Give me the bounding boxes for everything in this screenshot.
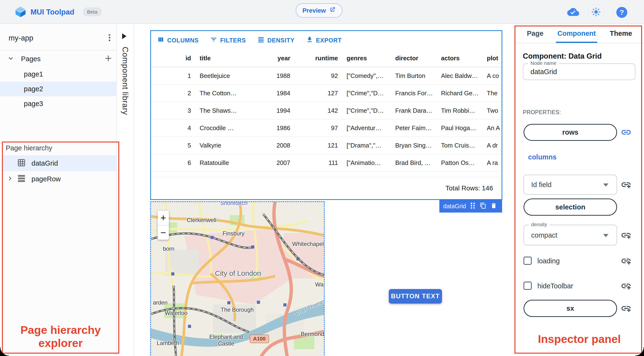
- cell: ["Crime","D…: [342, 90, 391, 97]
- density-add-binding-icon[interactable]: [621, 230, 632, 242]
- page-hierarchy-annotation-label: Page hierarchy explorer: [2, 324, 119, 350]
- inspector-tabs: Page Component Theme: [515, 24, 644, 43]
- map-label-bermondsey: Bermondsey: [301, 331, 324, 338]
- cell: The Cotton…: [195, 90, 267, 97]
- pages-section-header[interactable]: Pages: [0, 52, 117, 66]
- cell: 97: [294, 124, 342, 132]
- download-icon: [306, 36, 313, 44]
- sx-add-binding-icon[interactable]: [621, 303, 632, 315]
- delete-icon[interactable]: [490, 202, 497, 211]
- map-label-finsbury: Finsbury: [222, 230, 244, 237]
- datagrid-header-row[interactable]: id title year runtime genres director ac…: [151, 49, 502, 67]
- column-header-plot[interactable]: plot: [482, 54, 502, 62]
- zoom-out-button[interactable]: −: [158, 225, 169, 240]
- external-link-icon: [329, 6, 336, 14]
- export-button-label: EXPORT: [316, 37, 342, 44]
- cell: 111: [294, 159, 342, 167]
- prop-rows-label: rows: [562, 128, 578, 136]
- theme-toggle-button[interactable]: [588, 4, 604, 20]
- add-page-button[interactable]: [104, 54, 112, 64]
- id-field-value: Id field: [531, 181, 552, 189]
- help-button[interactable]: ?: [614, 4, 630, 20]
- drag-handle-icon[interactable]: [470, 202, 476, 211]
- cell: 142: [294, 107, 342, 114]
- density-label: density: [529, 222, 550, 227]
- tab-page[interactable]: Page: [526, 24, 545, 43]
- column-header-title[interactable]: title: [195, 54, 267, 62]
- sidebar-item-page1[interactable]: page1: [0, 67, 117, 81]
- cell: Alec Baldw…: [437, 72, 482, 80]
- page-hierarchy-title: Page hierarchy: [6, 144, 52, 152]
- hierarchy-item-pagerow[interactable]: pageRow: [2, 171, 117, 187]
- page-item-label: page2: [24, 85, 43, 93]
- preview-button-label: Preview: [302, 7, 326, 14]
- cell: 121: [294, 142, 342, 149]
- brightness-icon: [592, 7, 600, 17]
- hierarchy-item-label: pageRow: [32, 175, 61, 183]
- hierarchy-item-label: dataGrid: [32, 159, 58, 167]
- map-label-holborn: born: [163, 245, 174, 252]
- zoom-in-button[interactable]: +: [158, 211, 169, 225]
- column-header-director[interactable]: director: [391, 54, 437, 62]
- loading-add-binding-icon[interactable]: [621, 255, 632, 267]
- hidetoolbar-add-binding-icon[interactable]: [621, 281, 632, 292]
- table-row[interactable]: 5 Valkyrie 2008 121 ["Drama","… Bryan Si…: [151, 137, 502, 154]
- properties-label: PROPERTIES:: [523, 109, 561, 116]
- table-row[interactable]: 4 Crocodile … 1986 97 ["Adventur… Peter …: [151, 119, 502, 137]
- filters-button-label: FILTERS: [220, 37, 246, 44]
- select-caret-icon: [603, 183, 608, 187]
- prop-loading-checkbox[interactable]: [524, 257, 532, 265]
- columns-button[interactable]: COLUMNS: [157, 36, 199, 44]
- cell: Paul Hoga…: [437, 124, 482, 132]
- preview-button[interactable]: Preview: [296, 3, 342, 18]
- prop-hidetoolbar-checkbox[interactable]: [524, 282, 532, 290]
- prop-density-select[interactable]: density compact: [524, 225, 617, 245]
- sidebar-divider: [0, 50, 116, 50]
- cell: Francis For…: [391, 90, 437, 97]
- datagrid-toolbar: COLUMNS FILTERS DENSITY EXPORT: [151, 31, 502, 49]
- prop-selection-button[interactable]: selection: [524, 199, 617, 216]
- hierarchy-item-datagrid[interactable]: dataGrid: [2, 155, 117, 171]
- map-label-wapping: Wapping: [315, 281, 324, 288]
- button-component[interactable]: BUTTON TEXT: [389, 289, 442, 304]
- node-name-field[interactable]: Node name dataGrid: [523, 63, 636, 80]
- prop-id-field-select[interactable]: Id field: [524, 175, 617, 195]
- total-rows-label: Total Rows: 146: [446, 184, 493, 192]
- page-item-label: page3: [24, 100, 43, 108]
- table-row[interactable]: 6 Ratatouille 2007 111 ["Animatio… Brad …: [151, 154, 502, 172]
- cell: 1994: [267, 107, 294, 114]
- tab-theme[interactable]: Theme: [608, 24, 634, 43]
- table-row[interactable]: 1 Beetlejuice 1988 92 ["Comedy",… Tim Bu…: [151, 67, 502, 85]
- column-header-year[interactable]: year: [267, 54, 294, 62]
- map-component[interactable]: Shoreditch Clerkenwell Finsbury Whitecha…: [150, 201, 324, 356]
- rows-binding-link-icon[interactable]: [621, 127, 632, 139]
- column-header-runtime[interactable]: runtime: [294, 54, 342, 62]
- column-header-actors[interactable]: actors: [437, 54, 482, 62]
- density-button[interactable]: DENSITY: [257, 36, 294, 44]
- filters-button[interactable]: FILTERS: [210, 36, 246, 44]
- export-button[interactable]: EXPORT: [306, 36, 342, 44]
- table-row[interactable]: 3 The Shaws… 1994 142 ["Crime","D… Frank…: [151, 102, 502, 119]
- prop-columns-link[interactable]: columns: [528, 153, 556, 161]
- column-header-id[interactable]: id: [151, 54, 195, 62]
- tab-component[interactable]: Component: [556, 24, 597, 43]
- cell: 2007: [267, 159, 294, 167]
- component-library-panel[interactable]: Component library: [117, 24, 134, 356]
- datagrid-component[interactable]: COLUMNS FILTERS DENSITY EXPORT id title …: [150, 30, 502, 200]
- sidebar-item-page3[interactable]: page3: [0, 96, 117, 111]
- duplicate-icon[interactable]: [480, 202, 486, 211]
- expand-panel-icon[interactable]: [122, 33, 126, 39]
- cell: Brad Bird, …: [391, 159, 437, 167]
- cell: 1988: [267, 72, 294, 80]
- sidebar-item-page2[interactable]: page2: [0, 81, 117, 96]
- chevron-right-icon[interactable]: [7, 175, 13, 183]
- prop-rows-button[interactable]: rows: [524, 124, 617, 141]
- prop-sx-button[interactable]: sx: [524, 300, 617, 317]
- column-header-genres[interactable]: genres: [342, 54, 391, 62]
- id-field-add-binding-icon[interactable]: [621, 179, 632, 191]
- select-caret-icon: [603, 234, 608, 237]
- selection-chip[interactable]: dataGrid: [439, 200, 502, 213]
- app-menu-kebab-icon[interactable]: [106, 33, 113, 43]
- node-name-label: Node name: [528, 60, 559, 66]
- table-row[interactable]: 2 The Cotton… 1984 127 ["Crime","D… Fran…: [151, 85, 502, 102]
